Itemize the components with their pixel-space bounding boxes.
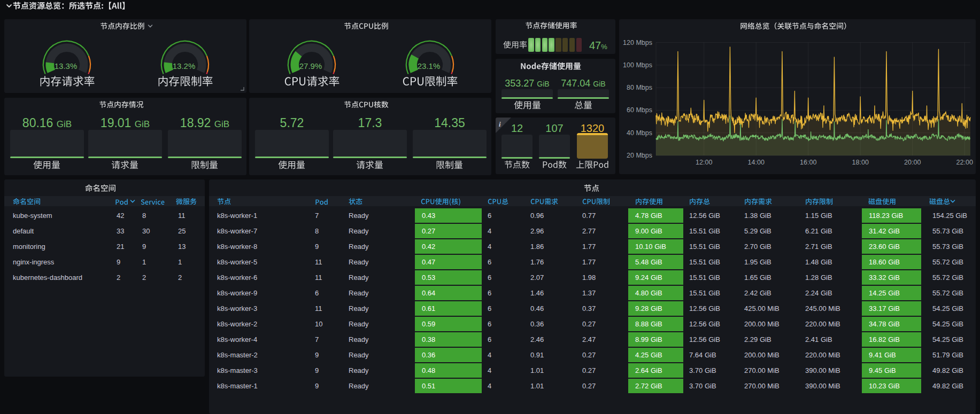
svg-text:22:00: 22:00	[956, 159, 973, 166]
svg-text:120 Mbps: 120 Mbps	[623, 39, 652, 46]
svg-text:i: i	[499, 120, 501, 128]
svg-text:20:00: 20:00	[904, 159, 921, 166]
svg-text:80 Mbps: 80 Mbps	[627, 84, 652, 91]
svg-text:16:00: 16:00	[800, 159, 816, 166]
svg-text:18:00: 18:00	[852, 159, 869, 166]
svg-text:60 Mbps: 60 Mbps	[627, 106, 652, 114]
svg-text:12:00: 12:00	[696, 159, 712, 166]
svg-text:14:00: 14:00	[748, 159, 765, 166]
svg-text:20 Mbps: 20 Mbps	[627, 152, 652, 159]
svg-text:100 Mbps: 100 Mbps	[623, 61, 652, 69]
svg-text:40 Mbps: 40 Mbps	[627, 129, 652, 137]
